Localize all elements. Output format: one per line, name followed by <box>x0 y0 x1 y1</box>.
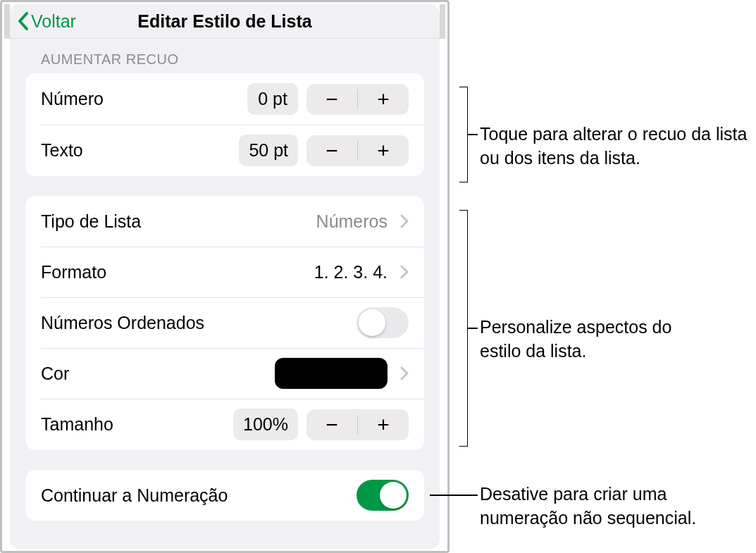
decrease-number-indent-button[interactable]: − <box>306 84 357 115</box>
panel-title: Editar Estilo de Lista <box>137 11 311 32</box>
label-number: Número <box>41 89 104 109</box>
chevron-right-icon <box>400 366 409 380</box>
row-text-indent: Texto 50 pt − + <box>25 125 424 176</box>
row-ordered-numbers: Números Ordenados <box>25 297 424 348</box>
label-size: Tamanho <box>41 414 113 435</box>
stepper-size: − + <box>306 409 409 440</box>
panel-header: Voltar Editar Estilo de Lista <box>10 4 440 39</box>
decrease-text-indent-button[interactable]: − <box>306 135 357 166</box>
value-list-type: Números <box>316 211 388 232</box>
label-list-type: Tipo de Lista <box>41 211 141 232</box>
decrease-size-button[interactable]: − <box>306 409 357 440</box>
annotation-style: Personalize aspectos do estilo da lista. <box>480 316 705 364</box>
chevron-right-icon <box>400 265 409 279</box>
color-swatch <box>275 358 388 389</box>
section-label-indent: AUMENTAR RECUO <box>41 51 424 68</box>
value-size[interactable]: 100% <box>233 409 298 440</box>
style-group: Tipo de Lista Números Formato 1. 2. 3. 4… <box>25 196 424 450</box>
label-color: Cor <box>41 364 69 384</box>
label-text: Texto <box>41 140 83 161</box>
chevron-right-icon <box>400 214 409 228</box>
stepper-number-indent: − + <box>306 84 409 115</box>
back-button[interactable]: Voltar <box>17 11 76 32</box>
label-format: Formato <box>41 262 106 282</box>
chevron-left-icon <box>17 11 30 31</box>
annotation-indent: Toque para alterar o recuo da lista ou d… <box>480 123 748 170</box>
value-text-indent[interactable]: 50 pt <box>239 135 298 166</box>
row-list-type[interactable]: Tipo de Lista Números <box>25 196 424 247</box>
toggle-continue-numbering[interactable] <box>357 480 409 511</box>
label-ordered-numbers: Números Ordenados <box>41 313 204 333</box>
row-color[interactable]: Cor <box>25 348 424 399</box>
back-label: Voltar <box>31 11 76 32</box>
row-format[interactable]: Formato 1. 2. 3. 4. <box>25 247 424 297</box>
row-size: Tamanho 100% − + <box>25 399 424 450</box>
value-format: 1. 2. 3. 4. <box>314 262 388 282</box>
stepper-text-indent: − + <box>306 135 409 166</box>
annotations-layer: Toque para alterar o recuo da lista ou d… <box>450 0 756 553</box>
increase-size-button[interactable]: + <box>358 409 409 440</box>
row-number-indent: Número 0 pt − + <box>25 73 424 125</box>
label-continue-numbering: Continuar a Numeração <box>41 485 228 506</box>
continue-group: Continuar a Numeração <box>25 470 424 521</box>
row-continue-numbering: Continuar a Numeração <box>25 470 424 521</box>
increase-text-indent-button[interactable]: + <box>358 135 409 166</box>
toggle-ordered-numbers[interactable] <box>357 307 409 338</box>
indent-group: Número 0 pt − + Texto <box>25 73 424 176</box>
value-number-indent[interactable]: 0 pt <box>247 83 298 115</box>
increase-number-indent-button[interactable]: + <box>358 84 409 115</box>
annotation-continue: Desative para criar uma numeração não se… <box>480 483 748 530</box>
